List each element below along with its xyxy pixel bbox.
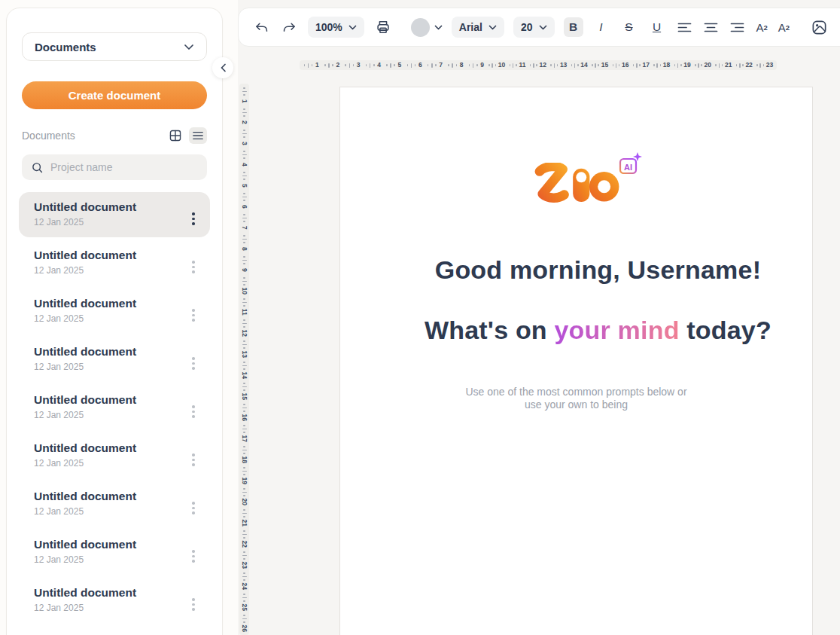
zoom-value: 100%	[315, 21, 342, 33]
ai-badge-icon: AI	[615, 151, 642, 179]
document-menu-button[interactable]	[184, 393, 202, 430]
document-list-item[interactable]: Untitled document12 Jan 2025	[19, 433, 210, 478]
document-list-item[interactable]: Untitled document12 Jan 2025	[19, 240, 210, 285]
document-title: Untitled document	[34, 586, 136, 600]
document-page[interactable]: AI Good morning, Username! What's on you…	[339, 87, 813, 635]
list-view-button[interactable]	[189, 127, 207, 144]
font-size-value: 20	[521, 21, 533, 33]
align-center-button[interactable]	[702, 20, 720, 35]
chevron-down-icon	[434, 25, 443, 30]
document-list-item[interactable]: Untitled document12 Jan 2025	[19, 481, 210, 527]
horizontal-ruler[interactable]: 1234567891011121314151617181920212223	[300, 60, 777, 70]
document-date: 12 Jan 2025	[34, 554, 136, 565]
document-menu-button[interactable]	[184, 441, 202, 478]
underline-button[interactable]: U	[647, 17, 667, 37]
document-title: Untitled document	[34, 490, 136, 503]
document-title: Untitled document	[34, 297, 136, 310]
document-list: Untitled document12 Jan 2025Untitled doc…	[19, 192, 210, 623]
subtitle-line1: Use one of the most common prompts below…	[465, 386, 686, 398]
document-date: 12 Jan 2025	[34, 313, 136, 324]
chevron-down-icon	[348, 25, 357, 30]
toolbar: 100% Arial 20 B I S U	[238, 8, 840, 47]
chevron-down-icon	[488, 25, 497, 30]
document-menu-button[interactable]	[184, 586, 202, 623]
document-date: 12 Jan 2025	[34, 506, 136, 517]
chevron-down-icon	[539, 25, 547, 30]
print-button[interactable]	[373, 17, 393, 37]
workspace-selector[interactable]: Documents	[22, 32, 207, 61]
align-right-icon	[730, 22, 744, 33]
greeting-subtitle: Use one of the most common prompts below…	[340, 386, 812, 411]
documents-section-label: Documents	[22, 130, 166, 142]
zio-logo: AI	[532, 163, 621, 203]
ai-badge: AI	[615, 151, 642, 179]
greeting-line1: Good morning, Username!	[435, 255, 761, 284]
greeting-highlight: your mind	[554, 316, 679, 344]
color-swatch	[411, 18, 430, 37]
redo-icon	[282, 20, 297, 35]
document-list-item[interactable]: Untitled document12 Jan 2025	[19, 385, 210, 430]
document-menu-button[interactable]	[184, 490, 202, 527]
document-date: 12 Jan 2025	[34, 362, 136, 372]
document-list-item[interactable]: Untitled document12 Jan 2025	[19, 578, 210, 623]
document-date: 12 Jan 2025	[34, 217, 136, 227]
bold-button[interactable]: B	[564, 17, 583, 37]
chevron-down-icon	[184, 44, 194, 50]
svg-text:AI: AI	[624, 163, 632, 172]
font-size-select[interactable]: 20	[513, 17, 555, 38]
align-right-button[interactable]	[729, 20, 746, 35]
workspace-selector-label: Documents	[35, 41, 96, 53]
document-menu-button[interactable]	[184, 538, 202, 575]
align-center-icon	[704, 22, 718, 33]
document-list-item[interactable]: Untitled document12 Jan 2025	[19, 337, 210, 382]
font-family-value: Arial	[459, 21, 482, 33]
greeting-heading: Good morning, Username! What's on your m…	[340, 224, 812, 375]
document-list-item[interactable]: Untitled document12 Jan 2025	[19, 192, 210, 237]
redo-button[interactable]	[280, 19, 299, 36]
documents-section-header: Documents	[22, 127, 207, 144]
strikethrough-button[interactable]: S	[619, 17, 639, 37]
create-document-button[interactable]: Create document	[22, 81, 207, 109]
undo-button[interactable]	[252, 19, 271, 36]
sidebar: Documents Create document Documents	[6, 8, 223, 635]
subscript-button[interactable]: A2	[777, 20, 791, 35]
font-family-select[interactable]: Arial	[452, 17, 504, 38]
document-menu-button[interactable]	[184, 345, 202, 382]
italic-button[interactable]: I	[592, 17, 611, 37]
printer-icon	[375, 19, 391, 35]
document-title: Untitled document	[34, 249, 136, 262]
subtitle-line2: use your own to being	[525, 398, 628, 411]
document-title: Untitled document	[34, 345, 136, 359]
document-menu-button[interactable]	[184, 297, 202, 334]
document-menu-button[interactable]	[184, 249, 202, 285]
zoom-select[interactable]: 100%	[308, 17, 364, 38]
zio-logo-icon	[532, 163, 621, 203]
editor-region: 100% Arial 20 B I S U	[238, 0, 840, 635]
search-box	[22, 154, 207, 180]
superscript-button[interactable]: A2	[755, 20, 769, 35]
document-menu-button[interactable]	[184, 200, 202, 237]
grid-icon	[169, 129, 182, 142]
grid-view-button[interactable]	[166, 127, 184, 144]
document-date: 12 Jan 2025	[34, 265, 136, 276]
document-date: 12 Jan 2025	[34, 603, 136, 613]
document-title: Untitled document	[34, 393, 136, 407]
document-title: Untitled document	[34, 538, 136, 551]
collapse-sidebar-button[interactable]	[212, 57, 233, 78]
vertical-ruler[interactable]: 1234567891011121314151617181920212223242…	[239, 84, 249, 635]
chevron-left-icon	[220, 63, 227, 72]
document-list-item[interactable]: Untitled document12 Jan 2025	[19, 288, 210, 334]
insert-image-button[interactable]	[809, 17, 829, 38]
document-list-item[interactable]: Untitled document12 Jan 2025	[19, 530, 210, 575]
search-icon	[31, 161, 44, 174]
search-input[interactable]	[50, 161, 198, 173]
text-color-picker[interactable]	[411, 18, 443, 37]
document-title: Untitled document	[34, 200, 136, 214]
undo-icon	[254, 20, 269, 35]
align-left-icon	[677, 22, 692, 33]
document-date: 12 Jan 2025	[34, 410, 136, 420]
document-date: 12 Jan 2025	[34, 458, 136, 469]
greeting-line2-suffix: today?	[680, 316, 772, 344]
align-left-button[interactable]	[676, 20, 693, 35]
list-icon	[192, 130, 204, 141]
